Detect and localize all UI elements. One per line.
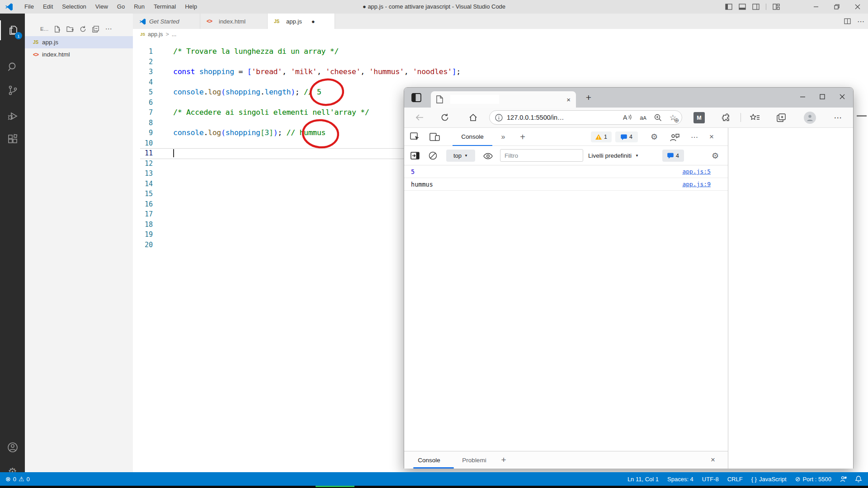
eol-sequence[interactable]: CRLF bbox=[727, 476, 743, 483]
menu-terminal[interactable]: Terminal bbox=[149, 0, 180, 14]
console-sidebar-icon[interactable] bbox=[409, 150, 421, 160]
add-favorite-icon[interactable]: ☆⨁ bbox=[670, 113, 676, 122]
translate-icon[interactable]: aA bbox=[640, 114, 646, 121]
breadcrumb-more[interactable]: ... bbox=[172, 31, 176, 38]
encoding[interactable]: UTF-8 bbox=[702, 476, 719, 483]
minimize-button[interactable] bbox=[806, 0, 826, 14]
new-file-icon[interactable] bbox=[54, 26, 61, 33]
extension-m-icon[interactable]: M bbox=[693, 112, 705, 123]
indentation[interactable]: Spaces: 4 bbox=[667, 476, 693, 483]
run-debug-icon[interactable] bbox=[0, 106, 25, 126]
zoom-icon[interactable] bbox=[654, 114, 662, 122]
tab-app-js[interactable]: JSapp.js● bbox=[268, 14, 335, 29]
edge-active-tab[interactable]: × bbox=[431, 91, 576, 108]
problems-status[interactable]: ⊗ 0 ⚠ 0 bbox=[0, 475, 30, 483]
read-aloud-icon[interactable]: A bbox=[623, 114, 632, 121]
console-source-link[interactable]: app.js:5 bbox=[682, 168, 711, 175]
code-line-2[interactable]: 2 bbox=[133, 57, 868, 67]
language-mode[interactable]: { }JavaScript bbox=[751, 476, 787, 483]
explorer-file-index-html[interactable]: <>index.html bbox=[25, 48, 133, 61]
url-text[interactable]: 127.0.0.1:5500/in… bbox=[507, 114, 564, 121]
code-line-4[interactable]: 4 bbox=[133, 77, 868, 88]
log-levels-selector[interactable]: Livelli predefiniti ▼ bbox=[588, 146, 639, 165]
feedback-icon[interactable] bbox=[668, 132, 681, 143]
menu-edit[interactable]: Edit bbox=[38, 0, 57, 14]
refresh-page-icon[interactable] bbox=[438, 108, 452, 127]
new-folder-icon[interactable] bbox=[66, 26, 74, 33]
tab-close-icon[interactable]: × bbox=[566, 96, 571, 103]
search-icon[interactable] bbox=[0, 57, 25, 77]
add-devtools-tab-icon[interactable]: + bbox=[516, 128, 529, 146]
source-control-icon[interactable] bbox=[0, 80, 25, 100]
menu-go[interactable]: Go bbox=[113, 0, 129, 14]
add-drawer-tab-icon[interactable]: + bbox=[497, 451, 510, 469]
profile-avatar[interactable] bbox=[804, 112, 816, 124]
menu-file[interactable]: File bbox=[20, 0, 38, 14]
code-line-3[interactable]: 3const shopping = ['bread', 'milk', 'che… bbox=[133, 67, 868, 77]
device-emulation-icon[interactable] bbox=[428, 131, 442, 142]
token: /* Accedere ai singoli elementi nell'arr… bbox=[173, 108, 369, 117]
browser-menu-icon[interactable]: ⋯ bbox=[831, 108, 845, 127]
console-filter-input[interactable] bbox=[500, 149, 583, 162]
warnings-badge[interactable]: 1 bbox=[591, 131, 612, 142]
explorer-file-app-js[interactable]: JSapp.js bbox=[25, 36, 133, 48]
editor-scrollbar-thumb[interactable] bbox=[857, 115, 867, 117]
remote-feedback-icon[interactable] bbox=[840, 476, 847, 482]
menu-selection[interactable]: Selection bbox=[57, 0, 90, 14]
more-tabs-icon[interactable]: » bbox=[497, 128, 509, 146]
cursor-position[interactable]: Ln 11, Col 1 bbox=[627, 476, 659, 483]
home-icon[interactable] bbox=[466, 108, 480, 127]
devtools-close-icon[interactable]: × bbox=[704, 128, 719, 146]
restore-button[interactable] bbox=[826, 0, 847, 14]
accounts-icon[interactable] bbox=[0, 437, 25, 457]
code-line-1[interactable]: 1/* Trovare la lunghezza di un array */ bbox=[133, 47, 868, 57]
menu-run[interactable]: Run bbox=[129, 0, 149, 14]
close-drawer-icon[interactable]: × bbox=[706, 451, 720, 469]
context-selector[interactable]: top ▼ bbox=[446, 150, 475, 162]
drawer-tab-console[interactable]: Console bbox=[410, 451, 448, 469]
devtools-settings-icon[interactable]: ⚙ bbox=[647, 128, 661, 146]
breadcrumb-file[interactable]: app.js bbox=[148, 31, 163, 38]
devtools-tab-console[interactable]: Console bbox=[453, 128, 492, 146]
back-icon[interactable] bbox=[412, 108, 427, 127]
site-info-icon[interactable] bbox=[495, 114, 503, 122]
live-server-port[interactable]: ⊘Port : 5500 bbox=[795, 475, 831, 483]
inspect-element-icon[interactable] bbox=[409, 131, 421, 142]
favorites-icon[interactable] bbox=[748, 108, 762, 127]
clear-console-icon[interactable] bbox=[426, 150, 439, 161]
live-expression-eye-icon[interactable] bbox=[481, 152, 495, 160]
explorer-icon[interactable]: 1 bbox=[0, 20, 26, 40]
notifications-bell-icon[interactable] bbox=[855, 476, 862, 483]
editor-more-icon[interactable]: ⋯ bbox=[857, 17, 864, 26]
close-button[interactable] bbox=[847, 0, 868, 14]
more-actions-icon[interactable]: ⋯ bbox=[105, 25, 112, 33]
split-editor-icon[interactable] bbox=[844, 18, 851, 24]
tab-index-html[interactable]: <>index.html bbox=[200, 14, 268, 29]
messages-badge[interactable]: 4 bbox=[615, 131, 638, 142]
collapse-folders-icon[interactable] bbox=[92, 26, 99, 33]
refresh-icon[interactable] bbox=[80, 26, 86, 33]
extensions-puzzle-icon[interactable] bbox=[719, 108, 733, 127]
console-messages-badge[interactable]: 4 bbox=[662, 150, 684, 162]
unsaved-dot-icon[interactable]: ● bbox=[311, 18, 315, 25]
new-tab-button[interactable]: + bbox=[582, 91, 595, 104]
toggle-secondary-sidebar-icon[interactable] bbox=[752, 4, 760, 10]
menu-view[interactable]: View bbox=[91, 0, 113, 14]
console-settings-icon[interactable]: ⚙ bbox=[708, 146, 722, 165]
extensions-icon[interactable] bbox=[0, 129, 25, 149]
toggle-panel-icon[interactable] bbox=[739, 4, 746, 10]
devtools-more-icon[interactable]: ⋯ bbox=[688, 128, 701, 146]
console-source-link[interactable]: app.js:9 bbox=[682, 181, 711, 188]
tab-actions-menu-icon[interactable] bbox=[411, 93, 421, 102]
address-bar[interactable]: 127.0.0.1:5500/in… A aA ☆⨁ bbox=[489, 110, 682, 125]
drawer-tab-problemi[interactable]: Problemi bbox=[455, 451, 494, 469]
breadcrumb[interactable]: JS app.js > ... bbox=[133, 29, 868, 40]
tab-get-started[interactable]: Get Started bbox=[133, 14, 200, 29]
edge-maximize-button[interactable] bbox=[812, 88, 832, 106]
customize-layout-icon[interactable] bbox=[773, 4, 780, 10]
edge-minimize-button[interactable] bbox=[793, 88, 812, 106]
menu-help[interactable]: Help bbox=[180, 0, 202, 14]
toggle-sidebar-icon[interactable] bbox=[725, 4, 732, 10]
collections-icon[interactable] bbox=[774, 108, 788, 127]
edge-close-button[interactable] bbox=[832, 88, 852, 106]
